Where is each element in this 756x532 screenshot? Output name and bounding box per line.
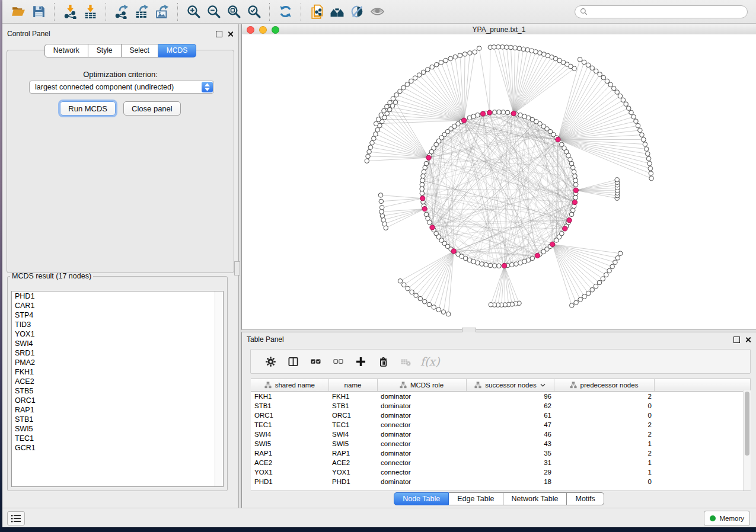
network-node[interactable] — [634, 119, 639, 124]
mcds-hub-node[interactable] — [502, 263, 506, 268]
network-node[interactable] — [497, 110, 502, 114]
mcds-hub-node[interactable] — [567, 218, 572, 223]
refresh-icon[interactable] — [275, 2, 295, 22]
network-node[interactable] — [573, 196, 578, 200]
network-node[interactable] — [368, 145, 373, 150]
list-item[interactable]: TID3 — [12, 320, 223, 329]
tab-node-table[interactable]: Node Table — [394, 492, 449, 505]
network-node[interactable] — [597, 280, 602, 285]
network-node[interactable] — [471, 259, 476, 264]
network-node[interactable] — [394, 92, 399, 97]
tab-style[interactable]: Style — [88, 44, 122, 57]
network-node[interactable] — [638, 128, 643, 133]
network-node[interactable] — [522, 114, 527, 119]
list-item[interactable]: ORC1 — [12, 396, 223, 405]
import-network-icon[interactable] — [60, 2, 80, 22]
network-node[interactable] — [434, 62, 439, 67]
search-box[interactable] — [575, 5, 748, 18]
network-node[interactable] — [428, 220, 432, 225]
close-panel-icon[interactable] — [227, 31, 234, 37]
network-node[interactable] — [409, 79, 414, 84]
add-column-icon[interactable] — [349, 352, 372, 370]
mcds-hub-node[interactable] — [550, 242, 555, 246]
network-node[interactable] — [467, 116, 472, 120]
table-cell[interactable]: connector — [377, 439, 466, 448]
close-panel-icon[interactable] — [745, 336, 751, 343]
mcds-hub-node[interactable] — [572, 200, 577, 204]
network-node[interactable] — [607, 268, 612, 273]
network-node[interactable] — [521, 47, 526, 52]
network-node[interactable] — [414, 293, 419, 298]
network-node[interactable] — [441, 310, 446, 315]
mcds-hub-node[interactable] — [426, 155, 431, 160]
table-cell[interactable]: SWI5 — [251, 439, 328, 448]
tab-mcds[interactable]: MCDS — [158, 44, 196, 57]
memory-button[interactable]: Memory — [704, 511, 750, 526]
list-item[interactable]: CAR1 — [12, 301, 223, 310]
list-item[interactable]: SRD1 — [12, 348, 223, 358]
table-cell[interactable]: connector — [377, 420, 466, 430]
network-node[interactable] — [398, 279, 403, 284]
network-node[interactable] — [458, 53, 462, 58]
table-row[interactable]: STB1STB1dominator620 — [251, 401, 751, 411]
network-node[interactable] — [611, 86, 616, 91]
network-node[interactable] — [385, 104, 390, 109]
network-node[interactable] — [410, 290, 414, 294]
network-node[interactable] — [492, 110, 497, 115]
network-node[interactable] — [477, 46, 481, 51]
list-item[interactable]: STP4 — [12, 310, 223, 320]
table-cell[interactable]: PHD1 — [251, 477, 328, 486]
network-node[interactable] — [388, 100, 393, 105]
list-item[interactable]: PMA2 — [12, 358, 223, 367]
network-node[interactable] — [432, 305, 436, 310]
network-node[interactable] — [366, 154, 371, 159]
table-cell[interactable]: SWI4 — [328, 430, 377, 439]
column-header-MCDS-role[interactable]: MCDS role — [377, 379, 466, 392]
table-cell[interactable]: connector — [377, 467, 466, 477]
column-header-shared-name[interactable]: shared name — [251, 379, 328, 392]
table-cell[interactable]: 0 — [554, 477, 654, 486]
list-item[interactable]: GCR1 — [12, 443, 223, 453]
network-node[interactable] — [560, 142, 564, 147]
table-cell[interactable]: SWI5 — [328, 439, 377, 448]
export-table-icon[interactable] — [132, 2, 152, 22]
network-node[interactable] — [605, 79, 610, 84]
network-node[interactable] — [418, 296, 423, 301]
network-node[interactable] — [601, 75, 606, 80]
network-node[interactable] — [640, 133, 645, 137]
node-table[interactable]: shared namenameMCDS rolesuccessor nodesp… — [251, 379, 751, 491]
network-node[interactable] — [518, 261, 523, 265]
network-node[interactable] — [586, 291, 591, 296]
network-node[interactable] — [534, 50, 538, 55]
network-node[interactable] — [518, 113, 523, 117]
save-icon[interactable] — [28, 2, 49, 22]
network-node[interactable] — [379, 199, 384, 204]
list-item[interactable]: FKH1 — [12, 367, 223, 377]
network-node[interactable] — [513, 46, 518, 50]
network-node[interactable] — [578, 297, 583, 302]
import-table-icon[interactable] — [80, 2, 100, 22]
network-node[interactable] — [496, 44, 500, 49]
network-node[interactable] — [377, 117, 381, 122]
function-builder-icon[interactable]: f(x) — [420, 355, 440, 368]
list-item[interactable]: STB1 — [12, 415, 223, 424]
network-node[interactable] — [462, 52, 467, 57]
network-node[interactable] — [401, 283, 406, 287]
table-cell[interactable]: 1 — [554, 458, 654, 467]
network-node[interactable] — [370, 140, 375, 145]
network-node[interactable] — [492, 264, 497, 268]
network-node[interactable] — [636, 123, 640, 128]
network-node[interactable] — [372, 136, 377, 141]
network-node[interactable] — [505, 110, 510, 115]
list-item[interactable]: YOX1 — [12, 329, 223, 339]
network-node[interactable] — [476, 261, 480, 265]
table-cell[interactable]: dominator — [377, 392, 466, 402]
network-node[interactable] — [374, 132, 378, 137]
network-node[interactable] — [422, 169, 426, 174]
table-cell[interactable]: 61 — [466, 411, 554, 420]
network-node[interactable] — [573, 182, 578, 187]
optimization-select[interactable]: largest connected component (undirected) — [29, 81, 214, 94]
network-node[interactable] — [476, 113, 480, 117]
network-node[interactable] — [626, 106, 631, 111]
network-node[interactable] — [648, 166, 653, 171]
